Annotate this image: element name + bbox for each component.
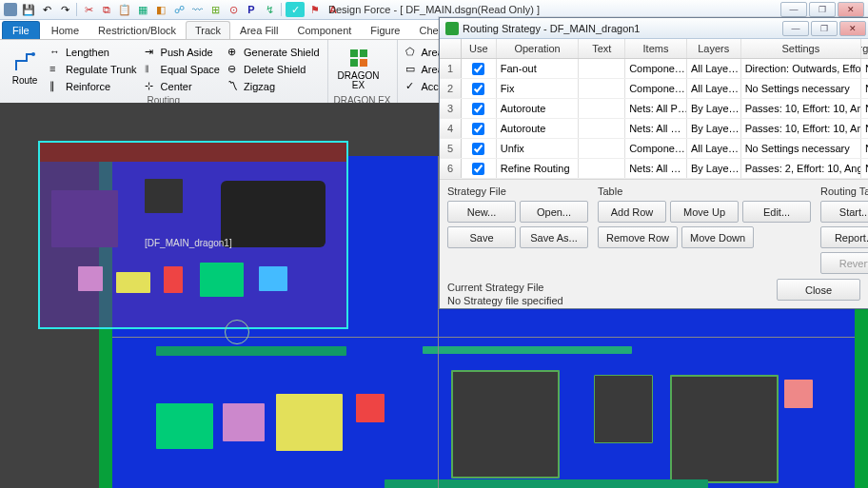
table-row[interactable]: 1Fan-outCompone…All Laye…Direction: Outw…	[440, 59, 868, 79]
table-row[interactable]: 4AutorouteNets: All …By Laye…Passes: 10,…	[440, 119, 868, 139]
movedown-button[interactable]: Move Down	[681, 226, 754, 248]
report-button[interactable]: Report...	[820, 226, 868, 248]
qat-save-icon[interactable]: 💾	[21, 2, 36, 17]
zigzag-icon: 〽	[227, 80, 241, 93]
accept-icon: ✓	[405, 80, 419, 93]
qat-p-button[interactable]: P	[244, 2, 259, 17]
shield-del-icon: ⊖	[227, 63, 241, 76]
delete-shield-button[interactable]: ⊖Delete Shield	[226, 61, 322, 77]
dialog-close-button[interactable]: ✕	[839, 21, 866, 36]
new-button[interactable]: New...	[447, 201, 516, 223]
qat-pin-icon[interactable]: ⊙	[226, 2, 241, 17]
qat-redo-icon[interactable]: ↷	[57, 2, 72, 17]
reinforce-icon: ∥	[49, 80, 63, 93]
svg-rect-2	[360, 49, 367, 57]
strategy-table: Use Operation Text Items Layers Settings…	[440, 39, 868, 180]
routing-strategy-dialog: Routing Strategy - DF_MAIN_dragon1 — ❐ ✕…	[439, 17, 868, 309]
saveas-button[interactable]: Save As...	[520, 226, 588, 248]
reinforce-button[interactable]: ∥Reinforce	[48, 78, 139, 94]
table-row[interactable]: 3AutorouteNets: All P…By Laye…Passes: 10…	[440, 99, 868, 119]
center-button[interactable]: ⊹Center	[143, 78, 222, 94]
trunk-icon: ≡	[49, 63, 63, 76]
svg-rect-3	[350, 59, 358, 67]
svg-point-0	[31, 52, 35, 56]
ribbon-group-dragonex: DRAGON EX DRAGON EX	[328, 40, 398, 107]
equalspace-icon: ⫴	[145, 63, 158, 76]
selection-rectangle: [DF_MAIN_dragon1]	[38, 141, 348, 329]
tab-file[interactable]: File	[2, 21, 40, 39]
table-group: Table Add Row Move Up Edit... Remove Row…	[598, 185, 811, 274]
use-checkbox[interactable]	[472, 123, 484, 135]
tab-component[interactable]: Component	[287, 21, 361, 39]
removerow-button[interactable]: Remove Row	[598, 226, 678, 248]
rect-icon: ▭	[405, 63, 419, 76]
close-button[interactable]: ✕	[838, 2, 864, 17]
table-row[interactable]: 5UnfixCompone…All Laye…No Settings neces…	[440, 139, 868, 159]
qat-check-icon[interactable]: ✓	[286, 2, 305, 17]
minimize-button[interactable]: —	[780, 2, 807, 17]
lengthen-button[interactable]: ↔Lengthen	[48, 44, 139, 60]
save-button[interactable]: Save	[447, 226, 516, 248]
dragon-icon	[347, 47, 370, 69]
dialog-icon	[445, 22, 459, 35]
routing-tasks-group: Routing Tasks Start... Options... Report…	[820, 185, 868, 274]
push-aside-button[interactable]: ⇥Push Aside	[143, 44, 222, 60]
table-row[interactable]: 6Refine RoutingNets: All …By Laye…Passes…	[440, 159, 868, 179]
table-row[interactable]: 2FixCompone…All Laye…No Settings necessa…	[440, 79, 868, 99]
push-icon: ⇥	[145, 46, 158, 59]
maximize-button[interactable]: ❐	[809, 2, 836, 17]
app-icon	[4, 3, 17, 16]
polygon-icon: ⬠	[405, 46, 419, 59]
qat-layers-icon[interactable]: ◧	[153, 2, 168, 17]
addrow-button[interactable]: Add Row	[598, 201, 666, 223]
use-checkbox[interactable]	[472, 63, 484, 75]
qat-net-icon[interactable]: ⊞	[207, 2, 223, 17]
close-dialog-button[interactable]: Close	[777, 279, 860, 301]
board-label-1: [DF_MAIN_dragon1]	[145, 238, 232, 248]
qat-link-icon[interactable]: ☍	[171, 2, 187, 17]
route-button[interactable]: Route	[6, 42, 44, 95]
tab-home[interactable]: Home	[42, 21, 89, 39]
edit-button[interactable]: Edit...	[742, 201, 811, 223]
equal-space-button[interactable]: ⫴Equal Space	[143, 61, 222, 77]
tab-restriction[interactable]: Restriction/Block	[89, 21, 186, 39]
route-icon	[13, 51, 36, 74]
tab-figure[interactable]: Figure	[361, 21, 409, 39]
quick-access-toolbar: 💾 ↶ ↷ ✂ ⧉ 📋 ▦ ◧ ☍ 〰 ⊞ ⊙ P ↯ ✓ ⚑ A	[21, 2, 341, 17]
revert-button[interactable]: Revert	[820, 252, 868, 274]
qat-undo-icon[interactable]: ↶	[39, 2, 54, 17]
use-checkbox[interactable]	[472, 163, 484, 175]
regulate-trunk-button[interactable]: ≡Regulate Trunk	[48, 61, 139, 77]
qat-a-button[interactable]: A	[326, 2, 341, 17]
svg-rect-4	[360, 59, 367, 67]
use-checkbox[interactable]	[472, 143, 484, 155]
svg-rect-1	[350, 49, 358, 57]
open-button[interactable]: Open...	[520, 201, 588, 223]
use-checkbox[interactable]	[472, 83, 484, 95]
dialog-maximize-button[interactable]: ❐	[811, 21, 838, 36]
start-button[interactable]: Start...	[820, 201, 868, 223]
generate-shield-button[interactable]: ⊕Generate Shield	[226, 44, 322, 60]
qat-wave-icon[interactable]: 〰	[189, 2, 205, 17]
dialog-minimize-button[interactable]: —	[782, 21, 809, 36]
moveup-button[interactable]: Move Up	[670, 201, 739, 223]
use-checkbox[interactable]	[472, 103, 484, 115]
qat-cut-icon[interactable]: ✂	[81, 2, 96, 17]
shield-gen-icon: ⊕	[227, 46, 241, 59]
qat-grid-icon[interactable]: ▦	[135, 2, 150, 17]
tab-track[interactable]: Track	[186, 21, 230, 39]
ribbon-group-routing: Route ↔Lengthen ≡Regulate Trunk ∥Reinfor…	[0, 40, 328, 107]
tab-areafill[interactable]: Area Fill	[230, 21, 287, 39]
origin-marker-icon	[225, 320, 249, 344]
qat-flag-icon[interactable]: ⚑	[307, 2, 323, 17]
dragon-ex-button[interactable]: DRAGON EX	[334, 42, 384, 95]
zigzag-button[interactable]: 〽Zigzag	[226, 78, 322, 94]
lengthen-icon: ↔	[49, 46, 63, 59]
qat-paste-icon[interactable]: 📋	[117, 2, 132, 17]
qat-copy-icon[interactable]: ⧉	[99, 2, 114, 17]
center-icon: ⊹	[145, 80, 158, 93]
qat-route-icon[interactable]: ↯	[262, 2, 277, 17]
strategy-file-group: Strategy File New... Open... Save Save A…	[447, 185, 588, 274]
